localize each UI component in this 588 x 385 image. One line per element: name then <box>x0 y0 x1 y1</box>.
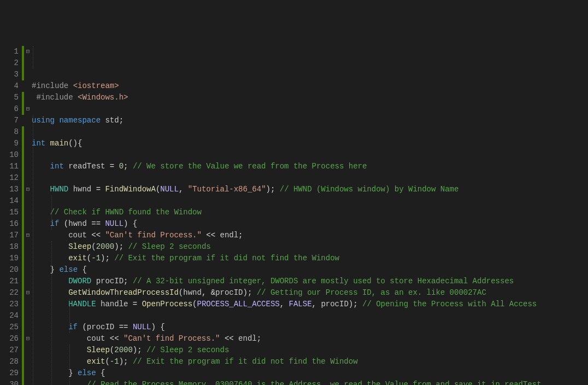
code-editor[interactable]: 1234567891011121314151617181920212223242… <box>0 46 588 385</box>
line-number: 2 <box>0 57 19 69</box>
line-number: 28 <box>0 356 19 368</box>
fold-slot <box>24 356 32 368</box>
line-number: 8 <box>0 126 19 138</box>
code-line[interactable]: } else { <box>32 264 588 276</box>
code-line[interactable]: Sleep(2000); // Sleep 2 seconds <box>32 345 588 356</box>
line-number: 7 <box>0 115 19 126</box>
line-number: 16 <box>0 218 19 230</box>
line-number: 5 <box>0 92 19 103</box>
line-number: 3 <box>0 69 19 80</box>
fold-toggle-icon[interactable]: ⊟ <box>24 230 32 241</box>
fold-slot <box>24 92 32 103</box>
fold-slot <box>24 379 32 385</box>
code-line[interactable]: DWORD procID; // A 32-bit unsigned integ… <box>32 276 588 287</box>
code-line[interactable]: #include <Windows.h> <box>32 92 588 103</box>
line-number: 24 <box>0 310 19 322</box>
code-line[interactable]: Sleep(2000); // Sleep 2 seconds <box>32 241 588 253</box>
line-number: 30 <box>0 379 19 385</box>
fold-slot <box>24 276 32 287</box>
fold-slot <box>24 207 32 218</box>
code-line[interactable]: exit(-1); // Exit the program if it did … <box>32 253 588 264</box>
code-line[interactable] <box>32 103 588 115</box>
fold-slot <box>24 149 32 161</box>
code-line[interactable]: HANDLE handle = OpenProcess(PROCESS_ALL_… <box>32 299 588 310</box>
code-line[interactable]: int readTest = 0; // We store the Value … <box>32 161 588 172</box>
fold-slot <box>24 115 32 126</box>
code-line[interactable] <box>32 149 588 161</box>
code-line[interactable] <box>32 126 588 138</box>
code-line[interactable]: if (hwnd == NULL) { <box>32 218 588 230</box>
code-area[interactable]: #include <iostream> #include <Windows.h>… <box>32 80 588 385</box>
fold-slot <box>24 57 32 69</box>
fold-slot <box>24 69 32 80</box>
fold-toggle-icon[interactable]: ⊟ <box>24 333 32 345</box>
line-number: 12 <box>0 172 19 184</box>
line-number: 17 <box>0 230 19 241</box>
fold-slot <box>24 264 32 276</box>
line-number: 6 <box>0 103 19 115</box>
line-number: 10 <box>0 149 19 161</box>
line-number: 13 <box>0 184 19 195</box>
line-number: 18 <box>0 241 19 253</box>
code-line[interactable]: GetWindowThreadProcessId(hwnd, &procID);… <box>32 287 588 299</box>
line-number-gutter: 1234567891011121314151617181920212223242… <box>0 46 22 385</box>
line-number: 4 <box>0 80 19 92</box>
fold-slot <box>24 138 32 149</box>
line-number: 14 <box>0 195 19 207</box>
fold-slot <box>24 345 32 356</box>
line-number: 20 <box>0 264 19 276</box>
line-number: 26 <box>0 333 19 345</box>
fold-slot <box>24 253 32 264</box>
code-line[interactable]: cout << "Can't find Process." << endl; <box>32 333 588 345</box>
line-number: 1 <box>0 46 19 57</box>
fold-slot <box>24 310 32 322</box>
line-number: 27 <box>0 345 19 356</box>
line-number: 15 <box>0 207 19 218</box>
code-line[interactable]: } else { <box>32 368 588 379</box>
code-line[interactable]: if (procID == NULL) { <box>32 322 588 333</box>
line-number: 9 <box>0 138 19 149</box>
line-number: 25 <box>0 322 19 333</box>
fold-slot <box>24 172 32 184</box>
fold-slot <box>24 126 32 138</box>
line-number: 19 <box>0 253 19 264</box>
fold-toggle-icon[interactable]: ⊟ <box>24 184 32 195</box>
code-line[interactable] <box>32 172 588 184</box>
fold-slot <box>24 368 32 379</box>
line-number: 29 <box>0 368 19 379</box>
code-line[interactable] <box>32 310 588 322</box>
line-number: 21 <box>0 276 19 287</box>
code-line[interactable]: // Read the Process Memory, 03007640 is … <box>32 379 588 385</box>
code-line[interactable]: int main(){ <box>32 138 588 149</box>
fold-slot <box>24 322 32 333</box>
fold-slot <box>24 299 32 310</box>
fold-slot <box>24 161 32 172</box>
code-line[interactable]: // Check if HWND found the Window <box>32 207 588 218</box>
code-line[interactable]: cout << "Can't find Process." << endl; <box>32 230 588 241</box>
code-line[interactable]: exit(-1); // Exit the program if it did … <box>32 356 588 368</box>
fold-toggle-icon[interactable]: ⊟ <box>24 46 32 57</box>
fold-slot <box>24 80 32 92</box>
code-line[interactable]: using namespace std; <box>32 115 588 126</box>
code-line[interactable]: #include <iostream> <box>32 80 588 92</box>
fold-slot <box>24 241 32 253</box>
fold-toggle-icon[interactable]: ⊟ <box>24 103 32 115</box>
fold-slot <box>24 195 32 207</box>
fold-toggle-icon[interactable]: ⊟ <box>24 287 32 299</box>
line-number: 23 <box>0 299 19 310</box>
code-line[interactable] <box>32 195 588 207</box>
line-number: 11 <box>0 161 19 172</box>
code-line[interactable]: HWND hwnd = FindWindowA(NULL, "Tutorial-… <box>32 184 588 195</box>
line-number: 22 <box>0 287 19 299</box>
fold-slot <box>24 218 32 230</box>
fold-gutter[interactable]: ⊟⊟⊟⊟⊟⊟ <box>24 46 32 385</box>
